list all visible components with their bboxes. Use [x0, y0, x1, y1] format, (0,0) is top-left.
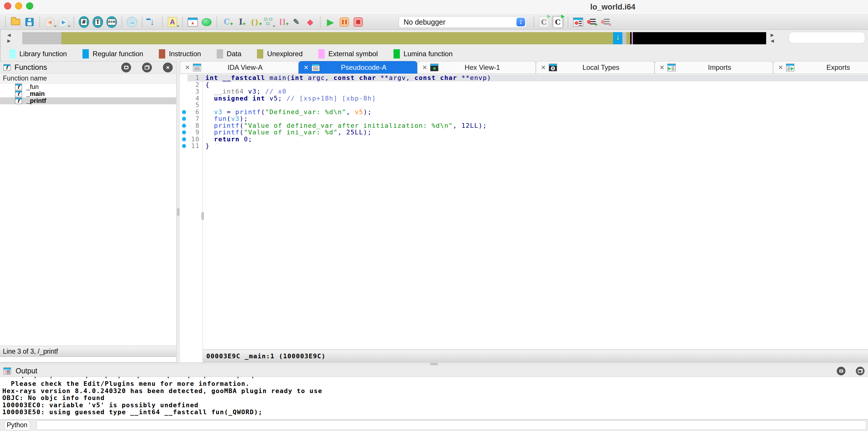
nav-band-segment[interactable]: [22, 32, 61, 44]
toolbar-separator: [533, 17, 534, 27]
band-zoom-in-button[interactable]: ▶: [770, 33, 775, 37]
pause-process-button[interactable]: [338, 16, 351, 28]
tab-label: Hex View-1: [439, 63, 533, 71]
tab-exports[interactable]: ×Exports: [773, 61, 868, 74]
float-panel-button[interactable]: [142, 63, 152, 73]
maximize-output-button[interactable]: [837, 367, 845, 375]
code-text[interactable]: fun(v3);: [206, 115, 248, 122]
jump-to-address-button[interactable]: →: [126, 16, 138, 28]
functions-status-bar: Line 3 of 3, /_printf: [0, 346, 176, 357]
horizontal-splitter[interactable]: [0, 362, 868, 365]
create-struct-button[interactable]: C+: [220, 16, 233, 28]
set-item-color-button[interactable]: A: [166, 16, 179, 28]
function-row[interactable]: f_main: [0, 90, 176, 97]
legend-label: Regular function: [93, 50, 143, 58]
lumina-function-button[interactable]: [200, 16, 213, 28]
splitter-handle[interactable]: [430, 363, 438, 365]
band-search-field[interactable]: [789, 32, 865, 44]
pseudocode-line: 8 printf("Value of defined_var after ini…: [180, 122, 868, 129]
command-line-input[interactable]: [36, 421, 866, 430]
output-line: OBJC: No objc info found: [2, 395, 105, 401]
create-array-button[interactable]: []+: [276, 16, 289, 28]
function-icon: f: [15, 97, 22, 104]
open-file-button[interactable]: [9, 16, 22, 28]
tab-local-types[interactable]: ×0Local Types: [536, 61, 654, 74]
toolbar-handle[interactable]: [5, 17, 6, 27]
legend-swatch: [83, 49, 89, 58]
output-console[interactable]: Please check the Edit/Plugins menu for m…: [0, 377, 868, 419]
start-process-button[interactable]: ▶: [324, 16, 337, 28]
tab-hex-view-1[interactable]: ×Hex View-1: [417, 61, 536, 74]
splitter-handle[interactable]: [177, 208, 179, 216]
debugger-select-stepper[interactable]: ▲▼: [517, 18, 525, 26]
navigation-band[interactable]: ↓: [22, 32, 766, 44]
gutter-splitter-handle[interactable]: [202, 212, 204, 220]
clipped-text-mark: [188, 377, 189, 378]
save-icon: [26, 18, 34, 26]
function-name-column-header[interactable]: Function name: [0, 74, 176, 83]
search-binary-button[interactable]: 010: [105, 16, 118, 28]
vertical-splitter[interactable]: [177, 61, 180, 362]
band-scroll-right-button[interactable]: ▶: [6, 38, 11, 43]
text-search-icon: T: [93, 16, 103, 28]
code-text[interactable]: {: [206, 81, 210, 88]
jump-next-button[interactable]: ↓: [146, 16, 159, 28]
quick-compile-run-button[interactable]: C: [552, 16, 564, 28]
breakpoint-list-button[interactable]: [572, 16, 585, 28]
navigate-back-button[interactable]: ◀: [43, 16, 56, 28]
pseudocode-line: 1int __fastcall main(int argc, const cha…: [180, 75, 868, 81]
close-tab-icon[interactable]: ×: [302, 63, 310, 72]
close-tab-icon[interactable]: ×: [776, 63, 785, 72]
close-window-button[interactable]: [4, 2, 11, 9]
code-text[interactable]: int __fastcall main(int argc, const char…: [206, 75, 491, 81]
pseudocode-line: 2{: [180, 81, 868, 88]
open-flow-chart-button[interactable]: ▲: [186, 16, 199, 28]
pseudocode-view[interactable]: 1int __fastcall main(int argc, const cha…: [180, 74, 868, 362]
code-text[interactable]: return 0;: [206, 136, 252, 143]
function-row[interactable]: f_printf: [0, 97, 176, 104]
delete-breakpoint-button[interactable]: ×: [599, 16, 612, 28]
band-scroll-left-button[interactable]: ◀: [6, 33, 11, 37]
diamond-icon: ◆: [307, 18, 313, 26]
function-row[interactable]: f_fun: [0, 83, 176, 90]
nav-band-segment[interactable]: [622, 32, 626, 44]
tab-imports[interactable]: ×Imports: [654, 61, 773, 74]
nav-band-segment[interactable]: [61, 32, 613, 44]
add-breakpoint-button[interactable]: +: [586, 16, 598, 28]
close-panel-button[interactable]: ×: [163, 63, 173, 73]
zoom-window-button[interactable]: [26, 2, 33, 9]
float-output-button[interactable]: [856, 367, 865, 375]
code-text[interactable]: __int64 v3; // x0: [206, 88, 286, 95]
code-text[interactable]: printf("Value of ini_var: %d", 25LL);: [206, 129, 372, 136]
code-text[interactable]: unsigned int v5; // [xsp+18h] [xbp-8h]: [206, 95, 376, 102]
command-line-row: Python: [0, 419, 868, 431]
band-zoom-out-button[interactable]: ◀: [770, 38, 775, 43]
code-text[interactable]: printf("Value of defined_var after initi…: [206, 122, 487, 129]
close-tab-icon[interactable]: ×: [539, 63, 548, 72]
produce-c-file-button[interactable]: C: [537, 16, 550, 28]
close-tab-icon[interactable]: ×: [658, 63, 666, 72]
debugger-select[interactable]: No debugger ▲▼: [399, 16, 527, 28]
code-text[interactable]: v3 = printf("Defined_var: %d\n", v5);: [206, 109, 372, 116]
nav-band-segment[interactable]: [633, 32, 766, 44]
minimize-window-button[interactable]: [15, 2, 22, 9]
tab-pseudocode-a[interactable]: ×Pseudocode-A: [299, 61, 417, 74]
open-chart-button[interactable]: [262, 16, 275, 28]
breakpoint-button[interactable]: ◆: [304, 16, 316, 28]
navigate-forward-button[interactable]: ▶: [57, 16, 70, 28]
nav-band-segment[interactable]: [626, 32, 630, 44]
search-number-button[interactable]: #: [78, 16, 90, 28]
line-number: 1: [180, 75, 199, 81]
close-tab-icon[interactable]: ×: [421, 63, 429, 72]
tab-ida-view-a[interactable]: ×IDA View-A: [180, 61, 299, 74]
edit-code-button[interactable]: ✎: [290, 16, 303, 28]
code-text[interactable]: }: [206, 143, 210, 149]
save-file-button[interactable]: [23, 16, 36, 28]
maximize-panel-button[interactable]: [121, 63, 131, 73]
add-struct-type-button[interactable]: I+: [235, 16, 247, 28]
stop-process-button[interactable]: [352, 16, 365, 28]
search-text-button[interactable]: T: [91, 16, 104, 28]
close-tab-icon[interactable]: ×: [183, 63, 192, 72]
edit-local-types-button[interactable]: {}+: [248, 16, 261, 28]
interpreter-select-button[interactable]: Python: [4, 420, 30, 430]
